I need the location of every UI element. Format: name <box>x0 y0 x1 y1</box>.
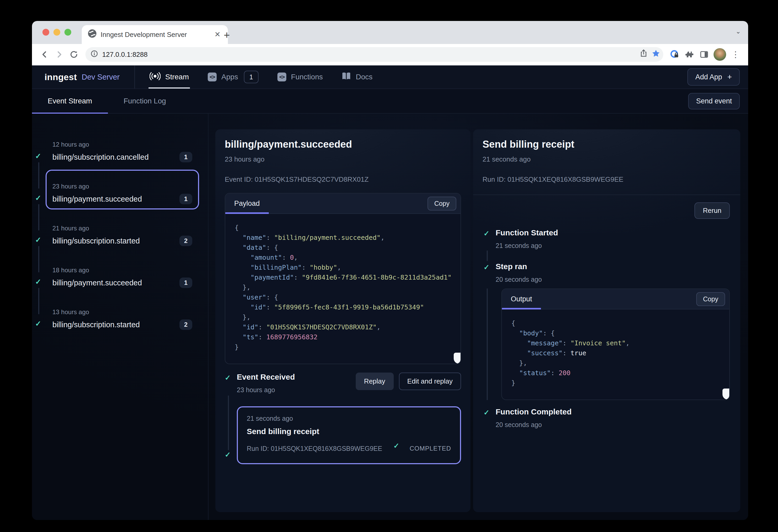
privacy-badge-icon[interactable] <box>668 47 682 62</box>
nav-item-docs[interactable]: Docs <box>332 66 382 88</box>
check-icon: ✓ <box>35 194 41 202</box>
browser-menu-icon[interactable]: ⋮ <box>728 50 743 60</box>
event-item-time: 21 hours ago <box>52 225 192 232</box>
event-title: billing/payment.succeeded <box>225 139 461 150</box>
browser-toolbar: 127.0.0.1:8288 ⋮ <box>32 44 748 66</box>
event-list-item[interactable]: ✓ 18 hours ago billing/payment.succeeded… <box>32 258 208 300</box>
timeline-connector <box>228 395 229 450</box>
event-item-time: 23 hours ago <box>52 183 192 190</box>
forward-icon[interactable] <box>52 47 67 62</box>
timeline-entry-function-started: ✓ Function Started 21 seconds ago <box>483 228 730 250</box>
tab-event-stream[interactable]: Event Stream <box>32 89 108 113</box>
side-panel-icon[interactable] <box>697 47 711 62</box>
check-icon: ✓ <box>35 277 41 286</box>
event-item-name: billing/subscription.started <box>52 321 179 329</box>
check-icon: ✓ <box>483 263 491 271</box>
nav-item-apps[interactable]: <> Apps 1 <box>198 66 268 88</box>
event-received-time: 23 hours ago <box>237 386 295 394</box>
check-icon: ✓ <box>225 451 232 459</box>
payload-code-header: Payload Copy <box>225 193 461 214</box>
event-received-row: ✓ Event Received 23 hours ago Replay Edi… <box>225 372 461 394</box>
close-window-button[interactable] <box>43 29 49 35</box>
replay-button[interactable]: Replay <box>356 372 394 390</box>
event-item-name: billing/payment.succeeded <box>52 195 179 203</box>
timeline-entry-step-ran: ✓ Step ran 20 seconds ago <box>483 262 730 283</box>
payload-code-block: Payload Copy { "name": "billing/payment.… <box>225 193 461 364</box>
extensions-puzzle-icon[interactable] <box>682 47 697 62</box>
nav-item-functions[interactable]: <> Functions <box>268 66 332 88</box>
bookmark-star-icon[interactable] <box>652 49 660 60</box>
inngest-logo: inngest <box>45 72 77 82</box>
brand: inngest Dev Server <box>45 66 135 88</box>
event-list-item[interactable]: ✓ 12 hours ago billing/subscription.canc… <box>32 132 208 174</box>
event-list: ✓ 12 hours ago billing/subscription.canc… <box>32 132 208 342</box>
nav-item-label: Functions <box>291 73 323 81</box>
payload-code: { "name": "billing/payment.succeeded", "… <box>225 214 461 364</box>
event-item-time: 13 hours ago <box>52 308 192 316</box>
nav-item-stream[interactable]: Stream <box>140 66 198 88</box>
run-card-name: Send billing receipt <box>247 427 451 436</box>
timeline-connector <box>487 288 488 400</box>
apps-code-icon: <> <box>208 73 217 81</box>
run-card-status-badge: ✓ COMPLETED <box>393 442 451 455</box>
send-event-button[interactable]: Send event <box>688 93 740 109</box>
main-content: ✓ 12 hours ago billing/subscription.canc… <box>32 114 748 520</box>
event-list-item[interactable]: ✓ 21 hours ago billing/subscription.star… <box>32 216 208 258</box>
check-icon: ✓ <box>483 229 491 238</box>
timeline-entry-function-completed: ✓ Function Completed 20 seconds ago <box>483 408 730 429</box>
event-list-item[interactable]: ✓ 23 hours ago billing/payment.succeeded… <box>32 174 208 216</box>
browser-tab-active[interactable]: Inngest Development Server ✕ <box>82 25 228 44</box>
check-icon: ✓ <box>483 409 491 417</box>
run-title: Send billing receipt <box>482 139 731 150</box>
output-code: { "body": { "message": "Invoice sent", "… <box>502 309 729 400</box>
share-icon[interactable] <box>640 49 647 60</box>
new-tab-button[interactable]: + <box>224 30 230 40</box>
add-app-button[interactable]: Add App+ <box>687 68 740 86</box>
output-code-header: Output Copy <box>502 289 729 309</box>
payload-tab[interactable]: Payload <box>225 193 269 213</box>
nav-item-label: Apps <box>221 73 238 81</box>
tab-close-icon[interactable]: ✕ <box>213 30 223 39</box>
output-code-block: Output Copy { "body": { "message": "Invo… <box>501 288 730 400</box>
run-id: Run ID: 01H5SQK1XEQ816X8GSB9WEG9EE <box>482 175 731 184</box>
profile-avatar[interactable] <box>714 48 726 61</box>
function-run-row: ✓ 21 seconds ago Send billing receipt Ru… <box>225 406 461 464</box>
payload-copy-button[interactable]: Copy <box>427 197 456 210</box>
function-run-card[interactable]: 21 seconds ago Send billing receipt Run … <box>237 406 461 464</box>
tab-search-chevron-icon[interactable]: ⌄ <box>735 28 741 35</box>
browser-window: Inngest Development Server ✕ + ⌄ 127.0.0… <box>32 21 748 520</box>
event-item-time: 18 hours ago <box>52 267 192 274</box>
timeline-entry-title: Function Completed <box>495 408 571 416</box>
rerun-button[interactable]: Rerun <box>694 202 730 219</box>
event-list-item[interactable]: ✓ 13 hours ago billing/subscription.star… <box>32 300 208 342</box>
back-icon[interactable] <box>37 47 52 62</box>
url-text[interactable]: 127.0.0.1:8288 <box>102 51 635 59</box>
app-navbar: inngest Dev Server Stream <> Apps 1 <> F… <box>32 66 748 89</box>
output-copy-button[interactable]: Copy <box>696 292 725 306</box>
site-info-icon[interactable] <box>91 50 98 60</box>
tab-function-log[interactable]: Function Log <box>108 89 182 113</box>
docs-book-icon <box>341 72 351 82</box>
event-item-name: billing/subscription.started <box>52 237 179 245</box>
edit-and-replay-button[interactable]: Edit and replay <box>399 372 461 390</box>
run-detail-header: Send billing receipt 21 seconds ago Run … <box>473 129 740 195</box>
event-item-time: 12 hours ago <box>52 141 192 148</box>
timeline-entry-time: 21 seconds ago <box>495 242 558 250</box>
reload-icon[interactable] <box>67 47 81 62</box>
maximize-window-button[interactable] <box>64 29 71 35</box>
event-item-count-badge: 2 <box>179 236 192 246</box>
minimize-window-button[interactable] <box>54 29 60 35</box>
event-item-count-badge: 1 <box>179 194 192 204</box>
timeline-entry-time: 20 seconds ago <box>495 421 571 429</box>
event-list-sidebar: ✓ 12 hours ago billing/subscription.canc… <box>32 114 209 520</box>
check-icon: ✓ <box>393 442 401 450</box>
screen: Inngest Development Server ✕ + ⌄ 127.0.0… <box>0 0 778 532</box>
run-time: 21 seconds ago <box>482 155 731 163</box>
stream-tabrow: Event Stream Function Log Send event <box>32 89 748 114</box>
event-time: 23 hours ago <box>225 155 461 163</box>
timeline-entry-time: 20 seconds ago <box>495 276 542 283</box>
check-icon: ✓ <box>35 320 41 328</box>
output-tab[interactable]: Output <box>502 289 541 309</box>
check-icon: ✓ <box>35 236 41 244</box>
address-bar[interactable]: 127.0.0.1:8288 <box>85 47 663 62</box>
